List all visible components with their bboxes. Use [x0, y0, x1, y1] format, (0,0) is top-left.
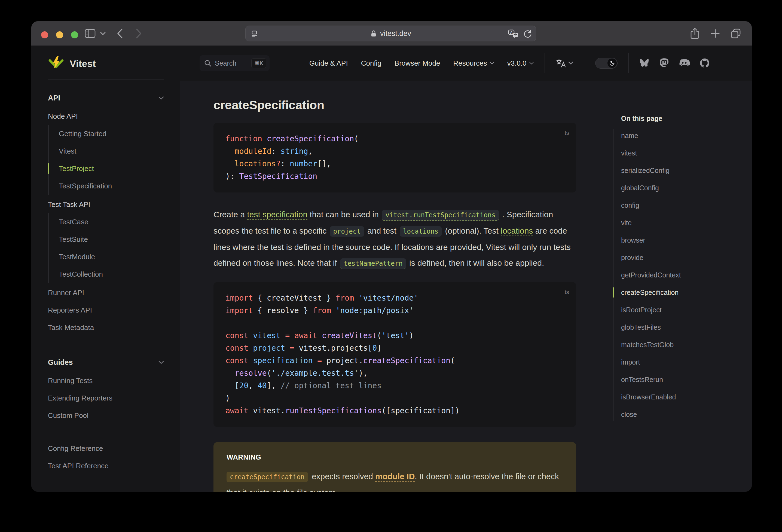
nav-link-config[interactable]: Config	[361, 59, 382, 68]
search-shortcut: ⌘K	[251, 58, 266, 68]
nav-link-guide-api[interactable]: Guide & API	[309, 59, 348, 68]
code-line	[225, 317, 568, 329]
warning-callout: WARNING createSpecification expects reso…	[213, 442, 576, 492]
github-icon[interactable]	[700, 58, 710, 68]
sidebar-toggle-icon[interactable]	[85, 21, 96, 46]
toc-title: On this page	[613, 115, 744, 122]
inline-link-locations[interactable]: locations	[501, 226, 533, 236]
browser-toolbar: vitest.dev A	[31, 21, 752, 46]
code-line: ): TestSpecification	[225, 170, 568, 183]
reader-icon[interactable]	[250, 29, 259, 39]
code-line: resolve('./example.test.ts'),	[225, 367, 568, 380]
sidebar: Vitest APINode APIGetting StartedVitestT…	[31, 46, 180, 492]
discord-icon[interactable]	[679, 59, 690, 68]
site-navbar: Search ⌘K Guide & APIConfigBrowser ModeR…	[180, 46, 752, 80]
chevron-down-icon	[529, 62, 534, 65]
sidebar-item-vitest[interactable]: Vitest	[59, 142, 164, 160]
code-line: const specification = project.createSpec…	[225, 354, 568, 367]
inline-code: locations	[400, 226, 442, 237]
address-bar[interactable]: vitest.dev A	[245, 26, 536, 41]
reload-icon[interactable]	[523, 29, 532, 38]
sidebar-divider	[48, 344, 164, 344]
toc-item-globalconfig[interactable]: globalConfig	[613, 179, 744, 197]
code-line: import { createVitest } from 'vitest/nod…	[225, 292, 568, 305]
sidebar-item-runner-api[interactable]: Runner API	[48, 284, 164, 302]
search-placeholder: Search	[215, 59, 236, 67]
nav-link-label: Guide & API	[309, 59, 348, 68]
toc-item-ontestsrerun[interactable]: onTestsRerun	[613, 371, 744, 388]
code-block-example[interactable]: ts import { createVitest } from 'vitest/…	[213, 282, 576, 427]
inline-code: project	[330, 226, 364, 237]
sidebar-item-custom-pool[interactable]: Custom Pool	[48, 407, 164, 424]
code-line: moduleId: string,	[225, 145, 568, 157]
share-icon[interactable]	[690, 21, 700, 46]
toc-item-vite[interactable]: vite	[613, 214, 744, 232]
minimize-window-button[interactable]	[56, 31, 63, 38]
nav-link-resources[interactable]: Resources	[453, 59, 494, 68]
translate-icon[interactable]: A	[508, 29, 519, 38]
sidebar-item-reporters-api[interactable]: Reporters API	[48, 302, 164, 319]
sidebar-item-config-reference[interactable]: Config Reference	[48, 440, 164, 457]
code-line: function createSpecification(	[225, 133, 568, 145]
toc-item-close[interactable]: close	[613, 406, 744, 423]
inline-code-link-testnamepattern[interactable]: testNamePattern	[340, 258, 406, 269]
sidebar-item-testsuite[interactable]: TestSuite	[59, 230, 164, 248]
back-icon[interactable]	[116, 21, 123, 46]
toc-item-createspecification[interactable]: createSpecification	[613, 284, 744, 301]
toc-item-browser[interactable]: browser	[613, 232, 744, 249]
toc-item-isbrowserenabled[interactable]: isBrowserEnabled	[613, 388, 744, 406]
sidebar-section-api[interactable]: API	[48, 88, 164, 108]
sidebar-item-testcollection[interactable]: TestCollection	[59, 265, 164, 283]
forward-icon[interactable]	[135, 21, 142, 46]
sidebar-divider	[48, 432, 164, 432]
description-paragraph: Create a test specification that can be …	[213, 207, 576, 272]
toc-item-matchestestglob[interactable]: matchesTestGlob	[613, 336, 744, 353]
page-title: createSpecification	[213, 98, 576, 112]
mastodon-icon[interactable]	[660, 58, 669, 68]
sidebar-item-running-tests[interactable]: Running Tests	[48, 372, 164, 389]
sidebar-item-testproject[interactable]: TestProject	[59, 160, 164, 177]
bluesky-icon[interactable]	[640, 59, 649, 68]
theme-toggle[interactable]	[595, 58, 617, 69]
toc-item-globtestfiles[interactable]: globTestFiles	[613, 319, 744, 336]
inline-link-test-specification[interactable]: test specification	[247, 210, 308, 220]
tabs-icon[interactable]	[730, 21, 741, 46]
warning-link-module-id[interactable]: module ID	[375, 472, 415, 482]
toc-item-vitest[interactable]: vitest	[613, 144, 744, 162]
chevron-down-icon	[158, 361, 164, 364]
sidebar-group-test-task-api: Test Task API	[48, 196, 164, 213]
tab-overview-chevron-icon[interactable]	[100, 21, 106, 46]
new-tab-icon[interactable]	[710, 21, 720, 46]
lock-icon	[370, 30, 377, 37]
vitest-logo-icon	[48, 56, 64, 71]
nav-link-browser-mode[interactable]: Browser Mode	[395, 59, 440, 68]
toc-item-config[interactable]: config	[613, 197, 744, 214]
language-menu[interactable]	[556, 58, 573, 68]
sidebar-item-getting-started[interactable]: Getting Started	[59, 125, 164, 142]
code-line: const vitest = await createVitest('test'…	[225, 329, 568, 342]
sidebar-item-testmodule[interactable]: TestModule	[59, 248, 164, 265]
toc-item-provide[interactable]: provide	[613, 249, 744, 266]
sidebar-item-test-api-reference[interactable]: Test API Reference	[48, 457, 164, 474]
paragraph-text: Create a	[213, 210, 247, 219]
chevron-down-icon	[568, 62, 573, 65]
sidebar-item-task-metadata[interactable]: Task Metadata	[48, 319, 164, 336]
sidebar-item-extending-reporters[interactable]: Extending Reporters	[48, 389, 164, 407]
toc-item-import[interactable]: import	[613, 353, 744, 371]
search-input[interactable]: Search ⌘K	[200, 55, 270, 71]
sidebar-item-testcase[interactable]: TestCase	[59, 213, 164, 230]
vitest-logo[interactable]: Vitest	[48, 56, 164, 71]
inline-code-link-vitest-runtestspecifications[interactable]: vitest.runTestSpecifications	[382, 210, 499, 221]
code-line: locations?: number[],	[225, 157, 568, 170]
toc-item-serializedconfig[interactable]: serializedConfig	[613, 162, 744, 179]
close-window-button[interactable]	[41, 31, 48, 38]
sidebar-item-testspecification[interactable]: TestSpecification	[59, 177, 164, 195]
zoom-window-button[interactable]	[71, 31, 78, 38]
nav-link-v3-0-0[interactable]: v3.0.0	[507, 59, 534, 68]
toc-item-isrootproject[interactable]: isRootProject	[613, 301, 744, 319]
sidebar-section-guides[interactable]: Guides	[48, 353, 164, 372]
toc-item-getprovidedcontext[interactable]: getProvidedContext	[613, 266, 744, 284]
code-line: await vitest.runTestSpecifications([spec…	[225, 404, 568, 417]
toc-item-name[interactable]: name	[613, 127, 744, 144]
code-block-signature[interactable]: ts function createSpecification( moduleI…	[213, 123, 576, 192]
